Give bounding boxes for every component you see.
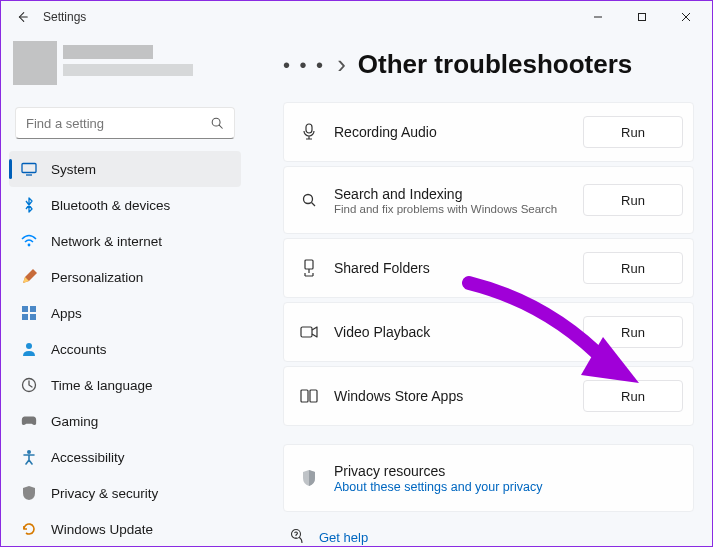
svg-rect-4: [22, 306, 28, 312]
nav-label: System: [51, 162, 96, 177]
network-icon: [21, 233, 37, 249]
content-area: • • • › Other troubleshooters Recording …: [247, 33, 712, 546]
nav-label: Apps: [51, 306, 82, 321]
troubleshooter-list: Recording Audio Run Search and Indexing …: [283, 102, 694, 512]
search-input[interactable]: [26, 116, 202, 131]
nav-list: System Bluetooth & devices Network & int…: [9, 151, 241, 540]
close-button[interactable]: [664, 1, 708, 33]
svg-point-10: [27, 450, 31, 454]
get-help-link[interactable]: Get help: [319, 530, 368, 545]
store-apps-icon: [300, 387, 318, 405]
nav-label: Privacy & security: [51, 486, 158, 501]
accounts-icon: [21, 341, 37, 357]
privacy-icon: [21, 485, 37, 501]
nav-item-gaming[interactable]: Gaming: [9, 403, 241, 439]
title-bar: Settings: [1, 1, 712, 33]
svg-point-8: [26, 343, 32, 349]
svg-rect-0: [639, 14, 646, 21]
card-subtitle: Find and fix problems with Windows Searc…: [334, 203, 567, 215]
gaming-icon: [21, 413, 37, 429]
breadcrumb: • • • › Other troubleshooters: [283, 49, 694, 80]
svg-rect-13: [305, 260, 313, 269]
nav-label: Bluetooth & devices: [51, 198, 170, 213]
card-title: Recording Audio: [334, 124, 567, 140]
nav-item-network[interactable]: Network & internet: [9, 223, 241, 259]
nav-label: Windows Update: [51, 522, 153, 537]
search-box[interactable]: [15, 107, 235, 139]
maximize-icon: [637, 12, 647, 22]
svg-rect-7: [30, 314, 36, 320]
nav-item-privacy-security[interactable]: Privacy & security: [9, 475, 241, 511]
run-button[interactable]: Run: [583, 116, 683, 148]
nav-label: Accessibility: [51, 450, 125, 465]
run-button[interactable]: Run: [583, 380, 683, 412]
svg-rect-14: [301, 327, 312, 337]
time-language-icon: [21, 377, 37, 393]
shared-folders-icon: [300, 259, 318, 277]
svg-point-12: [304, 195, 313, 204]
update-icon: [21, 521, 37, 537]
nav-item-bluetooth[interactable]: Bluetooth & devices: [9, 187, 241, 223]
card-title: Shared Folders: [334, 260, 567, 276]
card-title: Search and Indexing: [334, 186, 567, 202]
run-button[interactable]: Run: [583, 316, 683, 348]
nav-item-time-language[interactable]: Time & language: [9, 367, 241, 403]
nav-item-system[interactable]: System: [9, 151, 241, 187]
search-icon: [210, 116, 224, 130]
nav-item-windows-update[interactable]: Windows Update: [9, 511, 241, 540]
svg-rect-15: [301, 390, 308, 402]
microphone-icon: [300, 123, 318, 141]
nav-item-accessibility[interactable]: Accessibility: [9, 439, 241, 475]
nav-label: Network & internet: [51, 234, 162, 249]
card-title: Video Playback: [334, 324, 567, 340]
accessibility-icon: [21, 449, 37, 465]
nav-item-personalization[interactable]: Personalization: [9, 259, 241, 295]
video-icon: [300, 323, 318, 341]
troubleshooter-search-indexing: Search and Indexing Find and fix problem…: [283, 166, 694, 234]
apps-icon: [21, 305, 37, 321]
bluetooth-icon: [21, 197, 37, 213]
search-icon: [300, 191, 318, 209]
svg-rect-16: [310, 390, 317, 402]
nav-item-accounts[interactable]: Accounts: [9, 331, 241, 367]
nav-label: Gaming: [51, 414, 98, 429]
page-title: Other troubleshooters: [358, 49, 632, 80]
minimize-icon: [593, 12, 603, 22]
help-row: Get help: [283, 528, 694, 546]
system-icon: [21, 161, 37, 177]
privacy-resources-card: Privacy resources About these settings a…: [283, 444, 694, 512]
shield-icon: [300, 469, 318, 487]
maximize-button[interactable]: [620, 1, 664, 33]
back-arrow-icon: [15, 10, 29, 24]
personalization-icon: [21, 269, 37, 285]
nav-label: Time & language: [51, 378, 153, 393]
account-block[interactable]: [13, 41, 237, 97]
breadcrumb-ellipsis[interactable]: • • •: [283, 52, 325, 77]
nav-label: Accounts: [51, 342, 107, 357]
run-button[interactable]: Run: [583, 184, 683, 216]
close-icon: [681, 12, 691, 22]
svg-point-3: [28, 244, 31, 247]
troubleshooter-windows-store-apps: Windows Store Apps Run: [283, 366, 694, 426]
back-button[interactable]: [15, 10, 29, 24]
card-title: Windows Store Apps: [334, 388, 567, 404]
window-title: Settings: [43, 10, 86, 24]
svg-rect-6: [22, 314, 28, 320]
svg-point-18: [295, 537, 296, 538]
card-title: Privacy resources: [334, 463, 683, 479]
sidebar: System Bluetooth & devices Network & int…: [1, 33, 247, 546]
run-button[interactable]: Run: [583, 252, 683, 284]
troubleshooter-shared-folders: Shared Folders Run: [283, 238, 694, 298]
help-icon: [289, 528, 305, 546]
troubleshooter-video-playback: Video Playback Run: [283, 302, 694, 362]
svg-rect-11: [306, 124, 312, 133]
minimize-button[interactable]: [576, 1, 620, 33]
nav-item-apps[interactable]: Apps: [9, 295, 241, 331]
troubleshooter-recording-audio: Recording Audio Run: [283, 102, 694, 162]
svg-rect-5: [30, 306, 36, 312]
svg-rect-2: [22, 164, 36, 173]
breadcrumb-sep: ›: [337, 49, 346, 80]
nav-label: Personalization: [51, 270, 143, 285]
privacy-link[interactable]: About these settings and your privacy: [334, 480, 683, 494]
